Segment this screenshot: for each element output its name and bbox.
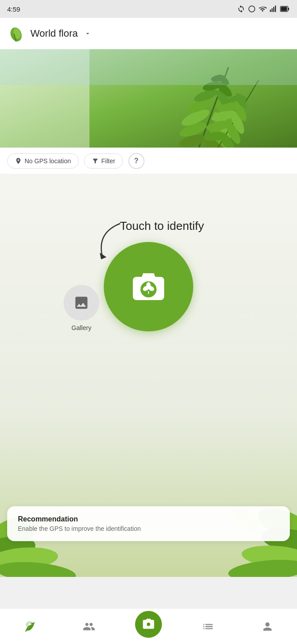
main-content: Touch to identify Gallery <box>0 174 297 577</box>
status-icons <box>237 5 290 13</box>
identify-camera-button[interactable] <box>104 242 193 331</box>
wifi-icon <box>259 5 267 13</box>
svg-rect-4 <box>275 6 276 12</box>
status-bar: 4:59 <box>0 0 297 18</box>
svg-rect-3 <box>273 7 274 12</box>
svg-rect-1 <box>270 10 271 12</box>
filter-bar: No GPS location Filter ? <box>0 148 297 174</box>
svg-rect-2 <box>272 8 272 12</box>
sync-icon <box>237 5 245 13</box>
bottom-nav <box>0 608 297 644</box>
nav-list[interactable] <box>195 617 221 636</box>
filter-label: Filter <box>102 157 115 165</box>
recommendation-description: Enable the GPS to improve the identifica… <box>18 525 279 532</box>
gallery-label: Gallery <box>72 324 91 331</box>
gps-button[interactable]: No GPS location <box>7 153 79 169</box>
svg-point-54 <box>241 543 297 571</box>
dropdown-arrow[interactable] <box>83 29 92 38</box>
svg-rect-6 <box>288 8 289 10</box>
nav-home[interactable] <box>16 617 43 636</box>
gallery-circle <box>64 285 99 321</box>
header: World flora <box>0 18 297 49</box>
svg-rect-39 <box>0 49 297 85</box>
filter-button[interactable]: Filter <box>84 153 123 169</box>
gps-label: No GPS location <box>25 157 71 165</box>
nav-profile[interactable] <box>254 617 281 636</box>
recommendation-title: Recommendation <box>18 515 279 523</box>
battery-icon <box>280 5 290 13</box>
svg-point-47 <box>157 278 160 282</box>
app-title: World flora <box>30 28 78 39</box>
svg-point-46 <box>146 282 151 289</box>
recommendation-card: Recommendation Enable the GPS to improve… <box>7 506 290 541</box>
help-label: ? <box>134 157 139 165</box>
leaf-logo <box>7 25 25 42</box>
svg-point-50 <box>0 545 59 573</box>
svg-point-0 <box>249 6 255 12</box>
nav-camera[interactable] <box>135 611 162 638</box>
svg-rect-7 <box>281 7 287 11</box>
circle-icon <box>248 5 256 13</box>
svg-point-51 <box>0 559 77 577</box>
help-button[interactable]: ? <box>128 153 144 169</box>
signal-icon <box>269 5 277 13</box>
nav-community[interactable] <box>76 617 102 636</box>
gallery-button[interactable]: Gallery <box>64 285 99 331</box>
svg-point-55 <box>227 557 297 577</box>
status-time: 4:59 <box>7 5 20 13</box>
hero-image <box>0 49 297 148</box>
